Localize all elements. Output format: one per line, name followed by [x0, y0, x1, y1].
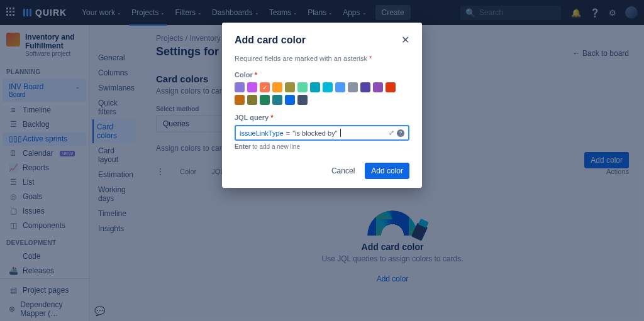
- cancel-button[interactable]: Cancel: [326, 163, 360, 179]
- color-swatch[interactable]: [323, 82, 333, 92]
- modal-title: Add card color: [235, 35, 306, 46]
- color-swatch[interactable]: [247, 82, 257, 92]
- color-swatch[interactable]: [297, 82, 308, 92]
- color-swatch[interactable]: [373, 82, 383, 92]
- jql-field-label: JQL query *: [235, 114, 409, 121]
- modal-overlay[interactable]: Add card color ✕ Required fields are mar…: [0, 0, 644, 321]
- help-icon[interactable]: ?: [397, 129, 404, 137]
- color-swatch[interactable]: [335, 82, 345, 92]
- required-note: Required fields are marked with an aster…: [235, 55, 409, 62]
- color-swatch[interactable]: [285, 95, 295, 105]
- color-swatch[interactable]: [247, 95, 257, 105]
- color-swatch[interactable]: [260, 82, 270, 92]
- close-icon[interactable]: ✕: [401, 34, 409, 46]
- submit-add-color-button[interactable]: Add color: [365, 163, 409, 179]
- color-swatch[interactable]: [272, 95, 282, 105]
- hint-text: Enter to add a new line: [235, 143, 409, 150]
- color-swatch[interactable]: [386, 82, 396, 92]
- expand-icon[interactable]: ⤢: [389, 129, 394, 137]
- color-swatch[interactable]: [297, 95, 308, 105]
- color-swatch[interactable]: [285, 82, 295, 92]
- color-swatch[interactable]: [272, 82, 282, 92]
- color-swatch[interactable]: [260, 95, 270, 105]
- add-card-color-modal: Add card color ✕ Required fields are mar…: [222, 23, 422, 188]
- color-swatch[interactable]: [360, 82, 370, 92]
- color-swatch[interactable]: [235, 95, 245, 105]
- color-field-label: Color *: [235, 71, 409, 79]
- color-swatch[interactable]: [235, 82, 245, 92]
- jql-input[interactable]: issueLinkType = "is blocked by" ⤢?: [235, 125, 409, 141]
- color-swatch[interactable]: [310, 82, 320, 92]
- color-swatch[interactable]: [348, 82, 358, 92]
